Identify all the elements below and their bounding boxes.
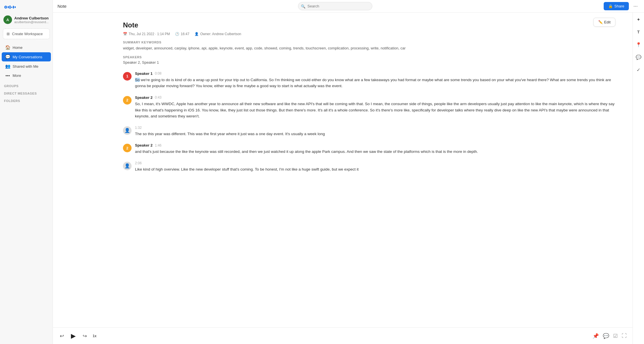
timestamp-2: 0:43 — [155, 95, 161, 99]
summary-keywords-label: SUMMARY KEYWORDS — [123, 41, 615, 44]
text-icon[interactable]: T — [635, 28, 643, 36]
transcript-entry-1: 1 Speaker 1 0:08 So we're going to do is… — [123, 71, 615, 89]
task-icon[interactable]: ☑ — [613, 333, 618, 339]
svg-rect-1 — [5, 7, 7, 8]
transcript-entry-5: 👤 2:06 Like kind of high overview. Like … — [123, 161, 615, 173]
rewind-button[interactable]: ↩ — [59, 332, 65, 340]
magic-wand-icon[interactable]: ✦ — [635, 15, 643, 23]
svg-rect-2 — [8, 6, 9, 8]
direct-messages-label: DIRECT MESSAGES — [0, 89, 53, 96]
highlight-so: So — [135, 78, 140, 82]
bookmark-icon[interactable]: 📌 — [593, 333, 599, 339]
user-name: Andrew Culbertson — [14, 16, 49, 20]
speaker-name-1: Speaker 1 — [135, 71, 152, 76]
topbar: Note 🔍 🔒 Share ··· — [53, 0, 644, 13]
share-button[interactable]: 🔒 Share — [604, 2, 629, 10]
owner-icon: 👤 — [194, 32, 199, 36]
play-button[interactable]: ▶ — [70, 331, 77, 341]
timestamp-1: 0:08 — [155, 71, 161, 75]
folders-label: FOLDERS — [0, 96, 53, 104]
transcript-entry-3: 👤 1:32 The so this year was different. T… — [123, 126, 615, 137]
svg-rect-5 — [13, 6, 14, 9]
home-icon: 🏠 — [5, 45, 10, 50]
topbar-actions: 🔒 Share ··· — [604, 2, 639, 10]
more-icon: ••• — [5, 73, 10, 78]
groups-label: GROUPS — [0, 81, 53, 89]
player-bar: ↩ ▶ ↪ 1x 📌 💬 ☑ ⛶ — [53, 327, 633, 344]
transcript-text-3: The so this year was different. This was… — [135, 131, 615, 137]
keywords-text: widget, developer, announced, carplay, i… — [123, 45, 615, 51]
svg-rect-6 — [15, 6, 16, 8]
sidebar-item-home[interactable]: 🏠 Home — [2, 43, 51, 52]
pin-icon[interactable]: 📍 — [635, 41, 643, 49]
meta-date: 📅 Thu, Jul 21 2022 · 1:14 PM — [123, 32, 170, 36]
timestamp-4: 1:46 — [155, 143, 161, 147]
transcript-list: 1 Speaker 1 0:08 So we're going to do is… — [123, 71, 615, 173]
svg-rect-3 — [9, 5, 11, 9]
search-icon: 🔍 — [301, 4, 305, 8]
transcript-text-5: Like kind of high overview. Like the new… — [135, 166, 615, 173]
speaker-avatar-2: 2 — [123, 96, 132, 105]
transcript-text-2: So, I mean, it's WWDC, Apple has another… — [135, 101, 615, 119]
meta-time: 🕐 16:47 — [175, 32, 189, 36]
note-title: Note — [123, 21, 615, 29]
speakers-text: Speaker 2, Speaker 1 — [123, 60, 615, 65]
player-actions: 📌 💬 ☑ ⛶ — [593, 333, 627, 339]
comment-action-icon[interactable]: 💬 — [603, 333, 609, 339]
right-sidebar: ✦ T 📍 💬 ✓ — [633, 13, 644, 344]
transcript-entry-4: 2 Speaker 2 1:46 and that's just because… — [123, 143, 615, 155]
meta-owner: 👤 Owner: Andrew Culbertson — [194, 32, 241, 36]
user-profile[interactable]: A Andrew Culbertson aculbertson@reusserd… — [0, 13, 53, 26]
timestamp-5: 2:06 — [135, 161, 142, 165]
sidebar-item-my-conversations[interactable]: 💬 My Conversations — [2, 52, 51, 61]
page-title: Note — [57, 4, 67, 9]
comment-icon[interactable]: 💬 — [635, 53, 643, 61]
check-icon[interactable]: ✓ — [635, 66, 643, 74]
main-content: ✏️ Edit Note 📅 Thu, Jul 21 2022 · 1:14 P… — [106, 13, 633, 344]
search-input[interactable] — [298, 2, 372, 10]
speaker-avatar-1: 1 — [123, 72, 132, 81]
sidebar-item-more[interactable]: ••• More — [2, 71, 51, 80]
edit-icon: ✏️ — [598, 20, 603, 24]
more-options-button[interactable]: ··· — [632, 2, 639, 10]
transcript-text-1: So we're going to do is kind of do a wra… — [135, 77, 615, 89]
transcript-entry-2: 2 Speaker 2 0:43 So, I mean, it's WWDC, … — [123, 95, 615, 119]
my-conversations-icon: 💬 — [5, 54, 10, 59]
speaker-avatar-3: 👤 — [123, 126, 132, 135]
lock-icon: 🔒 — [608, 4, 613, 8]
speaker-name-2: Speaker 2 — [135, 95, 152, 100]
clock-icon: 🕐 — [175, 32, 179, 36]
svg-rect-4 — [11, 7, 12, 8]
workspace-icon: ⊞ — [7, 32, 10, 36]
create-workspace-button[interactable]: ⊞ Create Workspace — [3, 29, 50, 39]
sidebar-item-shared-with-me[interactable]: 👥 Shared with Me — [2, 62, 51, 71]
speaker-avatar-5: 👤 — [123, 162, 132, 170]
speakers-label: SPEAKERS — [123, 55, 615, 59]
app-logo — [0, 0, 53, 13]
search-container: 🔍 — [298, 2, 372, 10]
avatar: A — [3, 15, 12, 24]
speaker-name-4: Speaker 2 — [135, 143, 152, 147]
screenshot-icon[interactable]: ⛶ — [622, 333, 627, 339]
sidebar: A Andrew Culbertson aculbertson@reusserd… — [0, 0, 53, 344]
calendar-icon: 📅 — [123, 32, 127, 36]
edit-button[interactable]: ✏️ Edit — [593, 18, 615, 27]
note-meta: 📅 Thu, Jul 21 2022 · 1:14 PM 🕐 16:47 👤 O… — [123, 32, 615, 36]
user-email: aculbertson@reusserd... — [14, 20, 49, 24]
timestamp-3: 1:32 — [135, 126, 142, 130]
shared-icon: 👥 — [5, 64, 10, 69]
transcript-text-4: and that's just because the like the key… — [135, 149, 615, 155]
speaker-avatar-4: 2 — [123, 144, 132, 152]
playback-speed[interactable]: 1x — [93, 334, 96, 338]
sidebar-nav: 🏠 Home 💬 My Conversations 👥 Shared with … — [0, 41, 53, 81]
forward-button[interactable]: ↪ — [82, 332, 88, 340]
